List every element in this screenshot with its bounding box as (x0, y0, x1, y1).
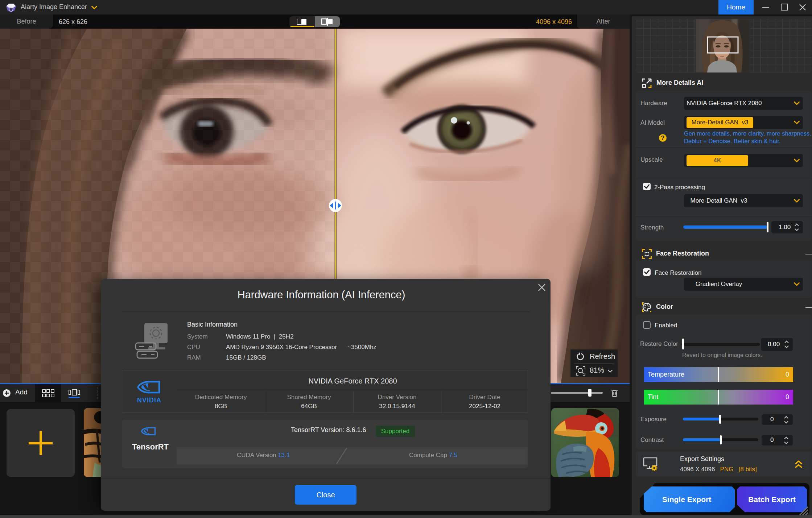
svg-text:NVIDIA: NVIDIA (137, 397, 161, 404)
